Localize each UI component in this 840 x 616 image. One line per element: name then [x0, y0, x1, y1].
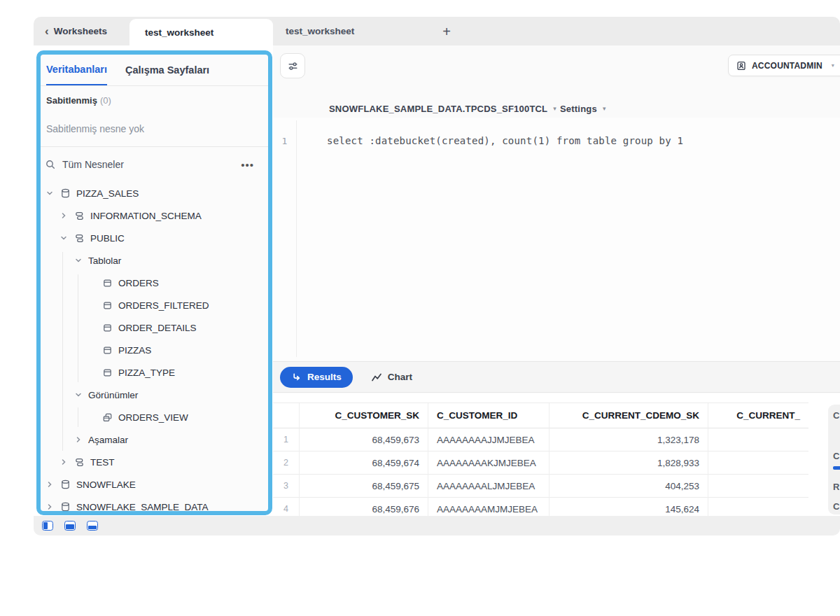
- chevron-down-icon[interactable]: [45, 190, 55, 197]
- tab-worksheets[interactable]: Çalışma Sayfaları: [125, 55, 209, 85]
- tree-item-schema[interactable]: INFORMATION_SCHEMA: [41, 204, 268, 227]
- tree-group-stages[interactable]: Aşamalar: [41, 428, 268, 451]
- tree-label: ORDERS: [118, 278, 159, 288]
- tab-label: test_worksheet: [145, 27, 214, 38]
- cell[interactable]: 68,459,675: [300, 475, 428, 498]
- tab-label: Çalışma Sayfaları: [125, 64, 209, 76]
- search-placeholder: Tüm Nesneler: [62, 159, 124, 170]
- column-header[interactable]: C_CUSTOMER_SK: [300, 403, 428, 428]
- worksheet-options-button[interactable]: [280, 53, 305, 78]
- table-row[interactable]: 3 68,459,675 AAAAAAAALJMJEBEA 404,253: [273, 475, 808, 498]
- table-row[interactable]: 2 68,459,674 AAAAAAAAKJMJEBEA 1,828,933: [273, 451, 808, 475]
- cell[interactable]: 404,253: [550, 475, 708, 498]
- tree-item-schema[interactable]: TEST: [41, 451, 268, 473]
- tree-item-table[interactable]: ORDER_DETAILS: [41, 316, 268, 339]
- chevron-right-icon[interactable]: [74, 436, 83, 443]
- chevron-right-icon[interactable]: [45, 503, 55, 510]
- chevron-right-icon[interactable]: [59, 212, 69, 219]
- tree-item-table[interactable]: PIZZAS: [41, 339, 268, 361]
- tree-group-views[interactable]: Görünümler: [41, 384, 268, 406]
- database-context-selector[interactable]: SNOWFLAKE_SAMPLE_DATA.TPCDS_SF100TCL ▾: [329, 101, 556, 116]
- new-worksheet-button[interactable]: +: [438, 23, 455, 40]
- tree-label: SNOWFLAKE: [76, 479, 136, 490]
- tree-item-table[interactable]: PIZZA_TYPE: [41, 361, 268, 384]
- chevron-down-icon[interactable]: [74, 391, 83, 398]
- tree-item-schema[interactable]: PUBLIC: [41, 227, 268, 249]
- toggle-left-panel-icon[interactable]: [42, 521, 53, 531]
- plus-icon: +: [442, 24, 451, 40]
- tab-databases[interactable]: Veritabanları: [46, 55, 107, 85]
- cell[interactable]: 68,459,673: [300, 428, 428, 451]
- cell[interactable]: AAAAAAAAJJMJEBEA: [428, 428, 550, 451]
- sql-editor-surface[interactable]: [273, 118, 840, 360]
- view-icon: [102, 412, 113, 423]
- tab-results[interactable]: Results: [280, 367, 353, 388]
- panel-text-fragment: C: [833, 501, 839, 512]
- database-sidebar-highlighted: Veritabanları Çalışma Sayfaları Sabitlen…: [36, 50, 272, 515]
- worksheet-tab-bar: ‹ Worksheets test_worksheet test_workshe…: [34, 17, 840, 46]
- cell[interactable]: AAAAAAAAKJMJEBEA: [428, 451, 550, 475]
- tree-item-table[interactable]: ORDERS_FILTERED: [41, 294, 268, 316]
- cell[interactable]: 145,624: [550, 498, 708, 516]
- sql-line[interactable]: 1 select :datebucket(created), count(1) …: [273, 133, 833, 148]
- tab-worksheet-inactive[interactable]: test_worksheet: [286, 17, 354, 46]
- cell[interactable]: 1,323,178: [550, 428, 708, 451]
- column-header[interactable]: C_CURRENT_CDEMO_SK: [550, 403, 708, 428]
- chevron-right-icon[interactable]: [45, 481, 55, 488]
- tree-label: PIZZA_TYPE: [118, 368, 175, 378]
- cell[interactable]: 68,459,674: [300, 451, 428, 475]
- cell[interactable]: [708, 475, 808, 498]
- context-label: SNOWFLAKE_SAMPLE_DATA.TPCDS_SF100TCL: [329, 104, 547, 114]
- ellipsis-menu-icon[interactable]: •••: [241, 159, 254, 171]
- row-number: 3: [273, 475, 300, 498]
- tab-chart[interactable]: Chart: [371, 372, 412, 382]
- database-icon: [59, 479, 71, 490]
- cell[interactable]: 68,459,676: [300, 498, 428, 516]
- cell[interactable]: 1,828,933: [550, 451, 708, 475]
- toggle-editor-panel-icon[interactable]: [64, 521, 76, 531]
- role-selector[interactable]: ACCOUNTADMIN ▾: [728, 55, 840, 76]
- sql-code: select :datebucket(created), count(1) fr…: [327, 135, 683, 146]
- query-details-panel-clipped[interactable]: C C R C: [828, 405, 840, 514]
- object-tree: PIZZA_SALES INFORMATION_SCHEMA PUBLIC Ta…: [41, 182, 268, 511]
- tab-worksheet-active[interactable]: test_worksheet: [130, 19, 273, 46]
- chevron-down-icon[interactable]: [74, 257, 83, 264]
- tree-group-tables[interactable]: Tablolar: [41, 249, 268, 272]
- tree-item-view[interactable]: ORDERS_VIEW: [41, 406, 268, 428]
- cell[interactable]: [708, 451, 808, 475]
- object-search[interactable]: Tüm Nesneler •••: [45, 153, 264, 176]
- results-label: Results: [307, 372, 342, 382]
- table-row[interactable]: 1 68,459,673 AAAAAAAAJJMJEBEA 1,323,178: [273, 428, 808, 451]
- tree-label: PUBLIC: [90, 233, 125, 244]
- tree-item-database[interactable]: SNOWFLAKE: [41, 473, 268, 496]
- column-header[interactable]: C_CUSTOMER_ID: [428, 403, 550, 428]
- sidebar-tabs: Veritabanları Çalışma Sayfaları: [41, 55, 268, 86]
- table-row[interactable]: 4 68,459,676 AAAAAAAAMJMJEBEA 145,624: [273, 498, 808, 516]
- tree-item-table[interactable]: ORDERS: [41, 272, 268, 294]
- database-icon: [59, 501, 71, 511]
- cell[interactable]: [708, 428, 808, 451]
- tree-item-database[interactable]: SNOWFLAKE_SAMPLE_DATA: [41, 496, 268, 511]
- pinned-section-title: Sabitlenmiş(0): [46, 95, 111, 106]
- chevron-right-icon[interactable]: [59, 458, 69, 465]
- pinned-empty-text: Sabitlenmiş nesne yok: [46, 123, 144, 134]
- back-to-worksheets[interactable]: ‹ Worksheets: [45, 17, 107, 46]
- row-number: 1: [273, 428, 300, 451]
- toggle-results-panel-icon[interactable]: [87, 521, 98, 531]
- role-label: ACCOUNTADMIN: [752, 61, 822, 71]
- tree-item-database[interactable]: PIZZA_SALES: [41, 182, 268, 204]
- chevron-down-icon[interactable]: [59, 234, 69, 241]
- cell[interactable]: AAAAAAAAMJMJEBEA: [428, 498, 550, 516]
- settings-label: Settings: [560, 104, 597, 114]
- table-icon: [102, 323, 113, 333]
- panel-text-fragment: R: [833, 482, 839, 492]
- settings-dropdown[interactable]: Settings ▾: [560, 101, 606, 116]
- cell[interactable]: AAAAAAAALJMJEBEA: [428, 475, 550, 498]
- results-table[interactable]: C_CUSTOMER_SK C_CUSTOMER_ID C_CURRENT_CD…: [273, 402, 808, 516]
- tree-guide: [78, 274, 78, 382]
- tab-label: Veritabanları: [46, 64, 107, 75]
- column-header[interactable]: C_CURRENT_: [708, 403, 808, 428]
- table-icon: [102, 278, 113, 288]
- schema-icon: [74, 211, 85, 221]
- cell[interactable]: [708, 498, 808, 516]
